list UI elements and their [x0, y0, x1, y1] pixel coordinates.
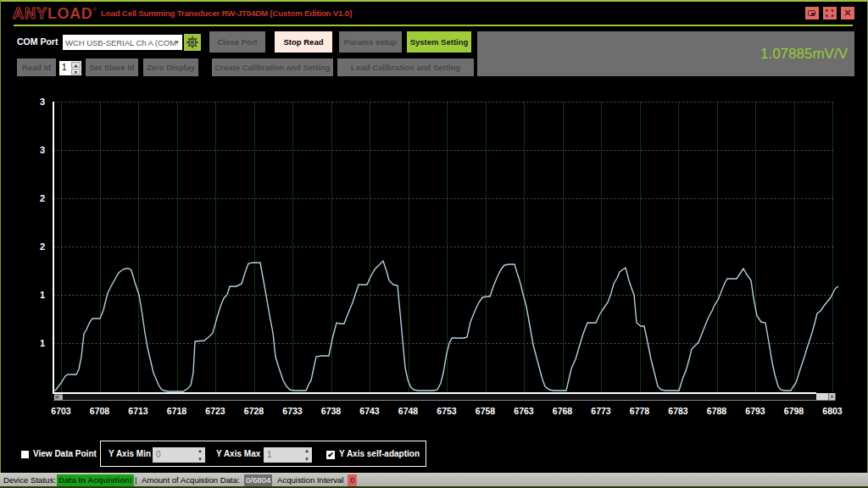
svg-text:6718: 6718 [167, 406, 187, 416]
svg-text:6778: 6778 [630, 406, 650, 416]
svg-text:6723: 6723 [205, 406, 225, 416]
svg-text:6728: 6728 [244, 406, 264, 416]
svg-text:6713: 6713 [128, 406, 148, 416]
svg-text:1: 1 [40, 290, 45, 300]
svg-text:6788: 6788 [707, 406, 727, 416]
svg-text:6783: 6783 [668, 406, 688, 416]
svg-text:6773: 6773 [591, 406, 611, 416]
svg-text:2: 2 [40, 241, 45, 252]
svg-text:6743: 6743 [359, 406, 380, 416]
svg-text:6708: 6708 [90, 406, 110, 416]
svg-text:6768: 6768 [553, 406, 573, 416]
svg-text:6798: 6798 [784, 406, 804, 416]
svg-text:1: 1 [40, 338, 45, 348]
svg-text:3: 3 [40, 145, 45, 155]
svg-text:6803: 6803 [822, 406, 843, 416]
svg-text:2: 2 [40, 193, 45, 203]
svg-text:6703: 6703 [51, 406, 71, 416]
svg-text:6753: 6753 [437, 406, 457, 416]
svg-text:6763: 6763 [514, 406, 534, 416]
svg-text:6733: 6733 [282, 406, 303, 416]
svg-text:3: 3 [40, 97, 45, 107]
svg-text:6758: 6758 [476, 406, 496, 416]
svg-text:6748: 6748 [398, 406, 419, 416]
svg-text:6793: 6793 [745, 406, 765, 416]
svg-text:6738: 6738 [321, 406, 342, 416]
